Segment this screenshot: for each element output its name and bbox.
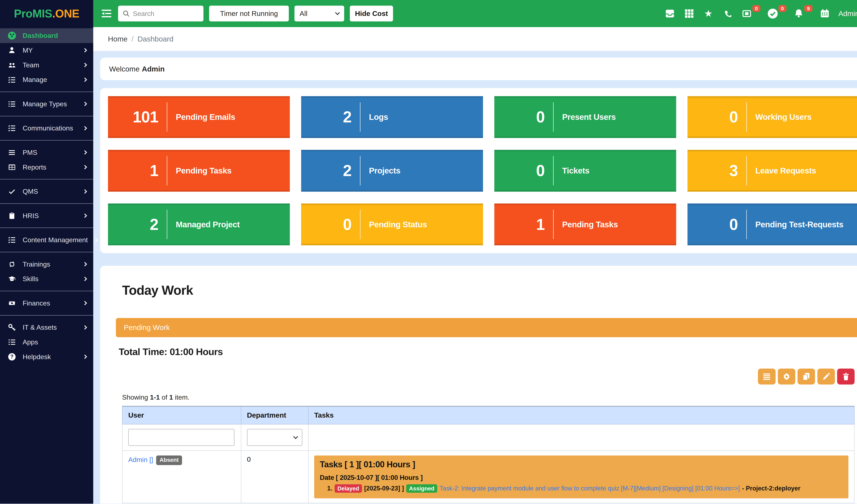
stat-card-tickets[interactable]: 0Tickets <box>494 150 676 192</box>
bell-icon[interactable]: 9 <box>793 8 804 19</box>
sidebar-item-label: Dashboard <box>23 32 58 39</box>
tasks-icon <box>7 236 16 243</box>
stat-card-leave-requests[interactable]: 3Leave Requests <box>688 150 857 192</box>
sidebar-item-pms[interactable]: PMS <box>0 145 93 160</box>
column-header-department[interactable]: Department <box>241 406 308 424</box>
stat-card-pending-emails[interactable]: 101Pending Emails <box>108 96 290 138</box>
stat-card-pending-tasks[interactable]: 1Pending Tasks <box>108 150 290 192</box>
sidebar-item-hris[interactable]: HRIS <box>0 208 93 223</box>
sidebar-item-trainings[interactable]: Trainings <box>0 257 93 271</box>
check-circle-icon[interactable]: 0 <box>767 8 778 19</box>
breadcrumb-home-link[interactable]: Home <box>108 35 128 43</box>
copy-button[interactable] <box>797 369 815 384</box>
stat-card-present-users[interactable]: 0Present Users <box>494 96 676 138</box>
top-bar: ProMIS.ONE Timer not Running All Hide Co… <box>0 0 857 27</box>
star-icon[interactable]: ★ <box>703 8 714 19</box>
pending-work-banner[interactable]: Pending Work <box>116 318 857 337</box>
sidebar-item-my[interactable]: MY <box>0 43 93 58</box>
tasks-date-line: Date [ 2025-10-07 ][ 01:00 Hours ] <box>320 474 843 481</box>
timer-status[interactable]: Timer not Running <box>209 6 289 21</box>
settings-button[interactable] <box>778 369 795 384</box>
main-area: Home / Dashboard Welcome Admin 101Pendin… <box>93 27 857 504</box>
breadcrumb: Home / Dashboard <box>93 27 857 51</box>
list-button[interactable] <box>758 369 775 384</box>
user-link[interactable]: Admin [] <box>128 456 153 463</box>
chevron-right-icon <box>83 325 87 330</box>
sidebar-item-it-assets[interactable]: IT & Assets <box>0 320 93 335</box>
delete-button[interactable] <box>837 369 855 384</box>
tasks-icon <box>7 124 16 132</box>
stat-card-working-users[interactable]: 0Working Users <box>688 96 857 138</box>
stat-card-logs[interactable]: 2Logs <box>301 96 483 138</box>
scope-select[interactable]: All <box>295 6 344 21</box>
sidebar-item-manage[interactable]: Manage <box>0 72 93 87</box>
phone-icon[interactable] <box>722 8 733 19</box>
grid-icon[interactable] <box>684 8 695 19</box>
sidebar-item-label: Reports <box>23 163 47 171</box>
today-work-table: User Department Tasks Admin [] <box>122 406 855 503</box>
inbox-icon[interactable] <box>665 8 676 19</box>
table-filter-row <box>122 424 854 451</box>
sidebar-item-communications[interactable]: Communications <box>0 121 93 136</box>
sidebar-item-qms[interactable]: QMS <box>0 184 93 199</box>
column-header-user[interactable]: User <box>122 406 241 424</box>
column-header-tasks[interactable]: Tasks <box>308 406 854 424</box>
sidebar-item-team[interactable]: Team <box>0 57 93 72</box>
sidebar-group: Trainings Skills <box>0 252 93 291</box>
sidebar-item-apps[interactable]: Apps <box>0 335 93 350</box>
chevron-right-icon <box>83 354 87 359</box>
table-header-row: User Department Tasks <box>122 406 854 424</box>
sidebar-item-reports[interactable]: Reports <box>0 160 93 174</box>
sidebar-item-label: HRIS <box>23 212 39 220</box>
welcome-text: Welcome <box>109 65 139 73</box>
stat-card-pending-test-requests[interactable]: 0Pending Test-Requests <box>688 203 857 245</box>
sidebar-item-label: Manage Types <box>23 100 67 108</box>
chevron-down-icon <box>335 10 340 15</box>
search-input[interactable] <box>133 10 199 17</box>
sidebar-group: Content Management <box>0 228 93 252</box>
sidebar-item-label: PMS <box>23 149 37 156</box>
department-cell: 0 <box>241 451 308 503</box>
user-menu[interactable]: Admin <box>838 10 857 18</box>
stat-label: Pending Status <box>360 220 427 229</box>
table-row: Admin [] Absent 0 Tasks [ 1 ][ 01:00 Hou… <box>122 451 854 503</box>
logo-part-1: ProMIS <box>14 7 52 20</box>
stat-label: Present Users <box>554 112 616 122</box>
sidebar-toggle-icon[interactable] <box>101 9 113 18</box>
bell-badge: 9 <box>804 5 812 12</box>
check-badge: 0 <box>778 5 786 12</box>
users-icon <box>7 61 16 69</box>
department-filter-select[interactable] <box>247 429 302 446</box>
calendar-icon[interactable] <box>819 8 830 19</box>
sidebar-item-skills[interactable]: Skills <box>0 271 93 286</box>
stat-label: Projects <box>360 166 400 175</box>
stat-value: 0 <box>688 215 746 234</box>
user-filter-input[interactable] <box>128 429 234 446</box>
sidebar-item-content-management[interactable]: Content Management <box>0 233 93 247</box>
edit-button[interactable] <box>818 369 835 384</box>
stat-label: Pending Tasks <box>167 166 232 175</box>
stat-label: Logs <box>360 112 388 122</box>
card-icon[interactable]: 0 <box>741 8 753 19</box>
task-date-text: [2025-09-23] ] <box>364 485 404 492</box>
check-icon <box>7 188 16 195</box>
stat-card-managed-project[interactable]: 2Managed Project <box>108 203 290 245</box>
repeat-icon <box>7 261 16 268</box>
hide-cost-button[interactable]: Hide Cost <box>350 6 393 21</box>
tasks-cell-block: Tasks [ 1 ][ 01:00 Hours ] Date [ 2025-1… <box>314 455 848 498</box>
welcome-username: Admin <box>142 65 165 73</box>
stat-card-pending-status[interactable]: 0Pending Status <box>301 203 483 245</box>
task-link[interactable]: Task-2: Integrate payment module and use… <box>439 485 740 492</box>
stat-card-projects[interactable]: 2Projects <box>301 150 483 192</box>
stat-card-pending-tasks-2[interactable]: 1Pending Tasks <box>494 203 676 245</box>
stat-value: 2 <box>301 162 360 180</box>
sidebar-item-finances[interactable]: Finances <box>0 296 93 310</box>
sidebar-item-manage-types[interactable]: Manage Types <box>0 97 93 112</box>
app-logo[interactable]: ProMIS.ONE <box>0 0 93 27</box>
sidebar-item-helpdesk[interactable]: ? Helpdesk <box>0 349 93 364</box>
top-bar-main: Timer not Running All Hide Cost ★ 0 <box>93 0 857 27</box>
sidebar-item-dashboard[interactable]: Dashboard <box>0 28 93 43</box>
breadcrumb-separator: / <box>132 35 134 43</box>
graduation-cap-icon <box>7 275 16 283</box>
stats-grid: 101Pending Emails 2Logs 0Present Users 0… <box>108 96 857 246</box>
